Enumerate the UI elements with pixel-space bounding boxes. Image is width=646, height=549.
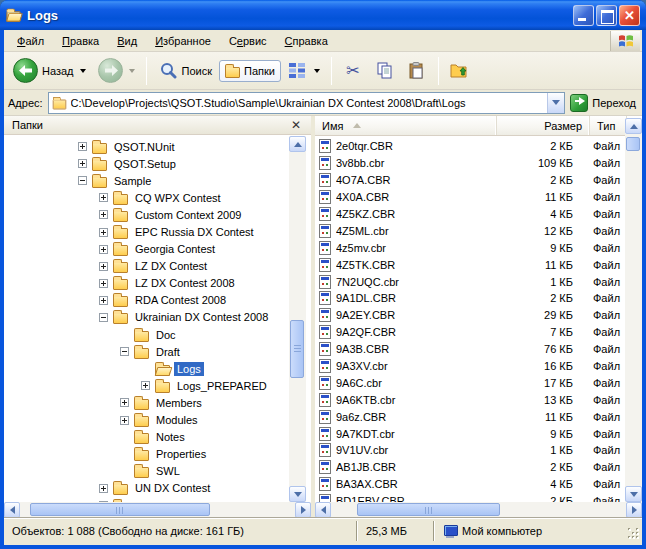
tree-item-label[interactable]: Custom Context 2009: [132, 208, 244, 222]
search-button[interactable]: Поиск: [153, 58, 217, 84]
scroll-up-icon[interactable]: [625, 118, 642, 134]
address-combo[interactable]: C:\Develop\Projects\QSOT.Studio\Sample\U…: [48, 92, 566, 114]
file-name[interactable]: 9A3XV.cbr: [336, 360, 496, 372]
tree-item-label[interactable]: Notes: [153, 430, 188, 444]
scroll-right-icon[interactable]: [626, 502, 642, 518]
file-row[interactable]: 3v8bb.cbr 109 КБ Файл: [315, 155, 625, 172]
scroll-down-icon[interactable]: [625, 486, 642, 502]
file-row[interactable]: 9A6C.cbr 17 КБ Файл: [315, 374, 625, 391]
tree-item-label[interactable]: SWL: [153, 464, 183, 478]
file-name[interactable]: 7N2UQC.cbr: [336, 276, 496, 288]
tree-item-label[interactable]: Logs_PREPARED: [174, 379, 270, 393]
cut-button[interactable]: ✂: [338, 58, 368, 84]
file-name[interactable]: 4Z5ML.cbr: [336, 225, 496, 237]
address-dropdown-button[interactable]: [547, 93, 564, 113]
menu-item[interactable]: Справка: [276, 32, 337, 50]
tree-item[interactable]: Members: [4, 394, 311, 411]
file-row[interactable]: AB1JB.CBR 2 КБ Файл: [315, 459, 625, 476]
file-row[interactable]: 9A3XV.cbr 16 КБ Файл: [315, 358, 625, 375]
tree-item-label[interactable]: LZ DX Contest: [132, 259, 210, 273]
back-dropdown-icon[interactable]: [80, 69, 86, 73]
tree-item-label[interactable]: EPC Russia DX Contest: [132, 225, 257, 239]
expander-icon[interactable]: [78, 142, 87, 151]
tree-item-label[interactable]: CQ WPX Contest: [132, 191, 224, 205]
tree-item[interactable]: EPC Russia DX Contest: [4, 223, 311, 240]
file-row[interactable]: 4O7A.CBR 2 КБ Файл: [315, 172, 625, 189]
file-row[interactable]: 4Z5ML.cbr 12 КБ Файл: [315, 222, 625, 239]
scroll-up-icon[interactable]: [289, 136, 306, 152]
copy-button[interactable]: [370, 58, 400, 84]
forward-button[interactable]: [93, 55, 140, 86]
expander-icon[interactable]: [99, 193, 108, 202]
file-row[interactable]: 9V1UV.cbr 1 КБ Файл: [315, 442, 625, 459]
file-name[interactable]: 9A3B.CBR: [336, 343, 496, 355]
file-name[interactable]: 9A7KDT.cbr: [336, 428, 496, 440]
close-panel-icon[interactable]: ✕: [289, 118, 303, 132]
file-row[interactable]: 7N2UQC.cbr 1 КБ Файл: [315, 273, 625, 290]
up-button[interactable]: [445, 58, 475, 84]
file-name[interactable]: 9A2EY.CBR: [336, 309, 496, 321]
file-name[interactable]: BD1EBV.CBR: [336, 495, 496, 502]
list-hscroll-thumb[interactable]: [357, 503, 500, 516]
maximize-button[interactable]: [596, 5, 617, 26]
file-name[interactable]: 9A1DL.CBR: [336, 292, 496, 304]
list-vscroll-thumb[interactable]: [626, 137, 640, 151]
tree-item[interactable]: Ukrainian DX Contest 2008: [4, 309, 311, 326]
scroll-left-icon[interactable]: [4, 502, 20, 518]
file-row[interactable]: 9A2EY.CBR 29 КБ Файл: [315, 307, 625, 324]
file-name[interactable]: 2e0tqr.CBR: [336, 140, 496, 152]
expander-icon[interactable]: [141, 381, 150, 390]
expander-icon[interactable]: [99, 279, 108, 288]
tree-item-label[interactable]: Doc: [153, 328, 179, 342]
paste-button[interactable]: [402, 58, 432, 84]
tree-item[interactable]: Custom Context 2009: [4, 206, 311, 223]
tree-item-label[interactable]: QSOT.Setup: [111, 157, 179, 171]
tree-item-label[interactable]: Sample: [111, 174, 154, 188]
menu-item[interactable]: Файл: [8, 32, 53, 50]
tree-item-label[interactable]: Logs: [174, 362, 204, 376]
file-row[interactable]: 9A1DL.CBR 2 КБ Файл: [315, 290, 625, 307]
expander-icon[interactable]: [120, 398, 129, 407]
file-row[interactable]: BA3AX.CBR 4 КБ Файл: [315, 476, 625, 493]
file-row[interactable]: 9A7KDT.cbr 9 КБ Файл: [315, 425, 625, 442]
tree-item[interactable]: QSOT.Setup: [4, 155, 311, 172]
tree-item-label[interactable]: Ukrainian DX Contest 2008: [132, 310, 271, 324]
tree-item-label[interactable]: RDA Contest 2008: [132, 293, 229, 307]
expander-icon[interactable]: [120, 416, 129, 425]
menu-item[interactable]: Вид: [108, 32, 146, 50]
file-row[interactable]: 9a6z.CBR 11 КБ Файл: [315, 408, 625, 425]
tree-item[interactable]: Logs_PREPARED: [4, 377, 311, 394]
go-button[interactable]: Переход: [570, 94, 638, 112]
tree-item[interactable]: LZ DX Contest 2008: [4, 275, 311, 292]
file-row[interactable]: 9A6KTB.cbr 13 КБ Файл: [315, 391, 625, 408]
file-name[interactable]: 9A6KTB.cbr: [336, 394, 496, 406]
expander-icon[interactable]: [99, 296, 108, 305]
tree-item-label[interactable]: Properties: [153, 447, 209, 461]
views-button[interactable]: [283, 58, 325, 84]
tree-item[interactable]: UN DX Contest: [4, 480, 311, 497]
file-name[interactable]: 9V1UV.cbr: [336, 444, 496, 456]
expander-icon[interactable]: [78, 159, 87, 168]
file-name[interactable]: 4X0A.CBR: [336, 191, 496, 203]
file-row[interactable]: 4z5mv.cbr 9 КБ Файл: [315, 239, 625, 256]
tree-item[interactable]: Modules: [4, 412, 311, 429]
column-header-size[interactable]: Размер: [497, 116, 590, 135]
tree-hscroll-thumb[interactable]: [30, 503, 210, 516]
column-header-type[interactable]: Тип: [590, 116, 627, 135]
file-row[interactable]: BD1EBV.CBR 2 КБ Файл: [315, 493, 625, 502]
tree-item-label[interactable]: Modules: [153, 413, 201, 427]
expander-icon[interactable]: [99, 210, 108, 219]
list-horizontal-scrollbar[interactable]: [315, 502, 642, 518]
resize-grip[interactable]: [628, 528, 640, 540]
file-name[interactable]: BA3AX.CBR: [336, 478, 496, 490]
folders-button[interactable]: Папки: [219, 60, 281, 82]
file-row[interactable]: 4Z5KZ.CBR 4 КБ Файл: [315, 206, 625, 223]
file-name[interactable]: 9a6z.CBR: [336, 411, 496, 423]
expander-icon[interactable]: [99, 245, 108, 254]
tree-item-label[interactable]: Members: [153, 396, 205, 410]
tree-item[interactable]: RDA Contest 2008: [4, 292, 311, 309]
tree-vertical-scrollbar[interactable]: [289, 136, 306, 502]
expander-icon[interactable]: [99, 228, 108, 237]
tree-item[interactable]: Notes: [4, 429, 311, 446]
tree-item[interactable]: SWL: [4, 463, 311, 480]
